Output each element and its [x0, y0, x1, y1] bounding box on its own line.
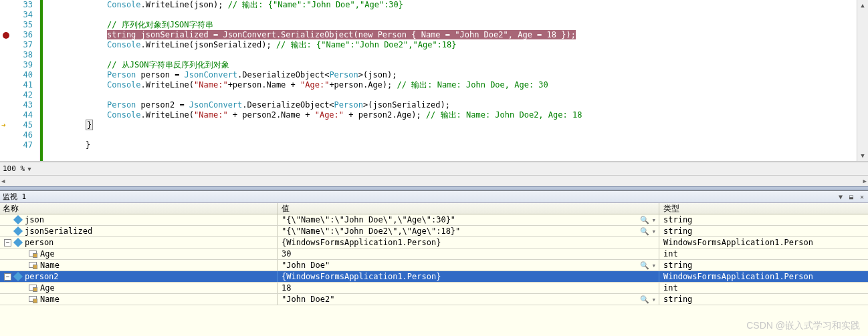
watch-name-cell[interactable]: Name: [0, 260, 278, 271]
watch-value-cell[interactable]: {WindowsFormsApplication1.Person}: [278, 237, 659, 248]
watch-value-text: "{\"Name\":\"John Doe\",\"Age\":30}": [282, 214, 455, 225]
watch-type-cell: string: [659, 214, 868, 225]
watch-row[interactable]: −person{WindowsFormsApplication1.Person}…: [0, 237, 868, 248]
code-line[interactable]: // 从JSON字符串反序列化到对象: [43, 60, 857, 70]
watch-name-cell[interactable]: −person2: [0, 271, 278, 282]
code-line[interactable]: Console.WriteLine(jsonSerialized); // 输出…: [43, 40, 857, 50]
watch-value-text: {WindowsFormsApplication1.Person}: [282, 271, 441, 282]
breakpoint-icon[interactable]: [3, 32, 9, 39]
watch-row[interactable]: json"{\"Name\":\"John Doe\",\"Age\":30}"…: [0, 214, 868, 226]
code-line[interactable]: // 序列化对象到JSON字符串: [43, 20, 857, 30]
dropdown-icon[interactable]: ▾: [651, 260, 656, 271]
vertical-scrollbar[interactable]: ▲ ▼: [857, 0, 868, 161]
code-line[interactable]: [43, 90, 857, 100]
dropdown-icon[interactable]: ▾: [651, 214, 656, 225]
watch-value-cell[interactable]: {WindowsFormsApplication1.Person}: [278, 271, 659, 282]
scroll-up-icon[interactable]: ▲: [861, 0, 864, 11]
watch-row[interactable]: Name"John Doe"🔍▾string: [0, 260, 868, 271]
code-line[interactable]: }: [43, 140, 857, 150]
watch-name-cell[interactable]: Name: [0, 294, 278, 305]
watch-row[interactable]: jsonSerialized"{\"Name\":\"John Doe2\",\…: [0, 226, 868, 237]
variable-icon: [13, 215, 23, 224]
code-line[interactable]: [43, 130, 857, 140]
watch-row[interactable]: Name"John Doe2"🔍▾string: [0, 294, 868, 305]
watch-type-cell: WindowsFormsApplication1.Person: [659, 271, 868, 282]
variable-icon: [13, 272, 23, 281]
watch-row[interactable]: Age18int: [0, 283, 868, 294]
watch-var-name: Name: [40, 260, 60, 271]
line-number: 37: [0, 40, 39, 50]
code-line[interactable]: [43, 50, 857, 60]
magnifier-icon[interactable]: 🔍: [640, 260, 649, 271]
value-visualizer-controls[interactable]: 🔍▾: [640, 260, 659, 271]
watch-row[interactable]: Age30int: [0, 248, 868, 260]
watch-var-name: Age: [40, 248, 55, 259]
watch-value-cell[interactable]: 30: [278, 248, 659, 259]
watch-name-cell[interactable]: json: [0, 214, 278, 225]
watch-header-name[interactable]: 名称: [0, 203, 278, 214]
code-editor[interactable]: 33343536373839404142434445➜4647 Console.…: [0, 0, 868, 162]
watch-header-row: 名称 值 类型: [0, 203, 868, 214]
code-line[interactable]: Person person = JsonConvert.DeserializeO…: [43, 70, 857, 80]
watch-value-text: {WindowsFormsApplication1.Person}: [282, 237, 441, 248]
dropdown-icon[interactable]: ▾: [651, 226, 656, 236]
value-visualizer-controls[interactable]: 🔍▾: [640, 294, 659, 305]
value-visualizer-controls[interactable]: 🔍▾: [640, 214, 659, 225]
code-line[interactable]: Person person2 = JsonConvert.Deserialize…: [43, 100, 857, 110]
code-line[interactable]: Console.WriteLine(json); // 输出: {"Name":…: [43, 0, 857, 10]
execution-pointer-icon: ➜: [1, 120, 6, 130]
line-number: 43: [0, 100, 39, 110]
watch-var-name: person: [25, 237, 53, 248]
watch-value-cell[interactable]: "{\"Name\":\"John Doe\",\"Age\":30}"🔍▾: [278, 214, 659, 225]
expand-spacer: [18, 285, 25, 292]
panel-controls[interactable]: ▼ ⬓ ✕: [839, 191, 865, 202]
property-icon: [29, 296, 37, 303]
watch-name-cell[interactable]: −person: [0, 237, 278, 248]
watch-value-cell[interactable]: 18: [278, 283, 659, 293]
magnifier-icon[interactable]: 🔍: [640, 214, 649, 225]
line-number: 39: [0, 60, 39, 70]
code-line[interactable]: [43, 10, 857, 20]
magnifier-icon[interactable]: 🔍: [640, 226, 649, 236]
scroll-right-icon[interactable]: ▶: [863, 178, 867, 184]
collapse-icon[interactable]: −: [4, 273, 11, 281]
watch-value-cell[interactable]: "John Doe"🔍▾: [278, 260, 659, 271]
watch-name-cell[interactable]: Age: [0, 248, 278, 259]
code-line[interactable]: }: [43, 120, 857, 130]
code-line[interactable]: Console.WriteLine("Name:"+person.Name + …: [43, 80, 857, 90]
line-number: 47: [0, 140, 39, 150]
zoom-bar: 100 % ▼: [0, 162, 868, 175]
magnifier-icon[interactable]: 🔍: [640, 294, 649, 305]
expand-spacer: [4, 216, 11, 224]
horizontal-scrollbar[interactable]: ◀ ▶: [0, 175, 868, 186]
watch-header-type[interactable]: 类型: [659, 203, 868, 214]
collapse-icon[interactable]: −: [4, 239, 11, 246]
watch-value-text: 30: [282, 248, 291, 259]
watch-name-cell[interactable]: jsonSerialized: [0, 226, 278, 236]
watch-header-value[interactable]: 值: [278, 203, 659, 214]
line-number: 45➜: [0, 120, 39, 130]
code-line[interactable]: string jsonSerialized = JsonConvert.Seri…: [43, 30, 857, 40]
watch-value-cell[interactable]: "{\"Name\":\"John Doe2\",\"Age\":18}"🔍▾: [278, 226, 659, 236]
expand-spacer: [18, 250, 25, 258]
watch-name-cell[interactable]: Age: [0, 283, 278, 293]
line-number: 36: [0, 30, 39, 40]
watch-type-cell: string: [659, 260, 868, 271]
watch-row[interactable]: −person2{WindowsFormsApplication1.Person…: [0, 271, 868, 283]
property-icon: [29, 285, 37, 291]
value-visualizer-controls[interactable]: 🔍▾: [640, 226, 659, 236]
watch-body: json"{\"Name\":\"John Doe\",\"Age\":30}"…: [0, 214, 868, 305]
line-number: 40: [0, 70, 39, 80]
watch-var-name: Age: [40, 283, 55, 293]
watch-panel-title: 监视 1: [3, 191, 26, 202]
watch-value-cell[interactable]: "John Doe2"🔍▾: [278, 294, 659, 305]
watch-type-cell: int: [659, 283, 868, 293]
scroll-down-icon[interactable]: ▼: [861, 150, 864, 161]
watch-value-text: 18: [282, 283, 291, 293]
scroll-left-icon[interactable]: ◀: [1, 178, 5, 184]
zoom-level[interactable]: 100 %: [3, 164, 25, 173]
code-content[interactable]: Console.WriteLine(json); // 输出: {"Name":…: [40, 0, 857, 161]
code-line[interactable]: Console.WriteLine("Name:" + person2.Name…: [43, 110, 857, 120]
dropdown-icon[interactable]: ▾: [651, 294, 656, 305]
zoom-dropdown-icon[interactable]: ▼: [27, 166, 31, 172]
